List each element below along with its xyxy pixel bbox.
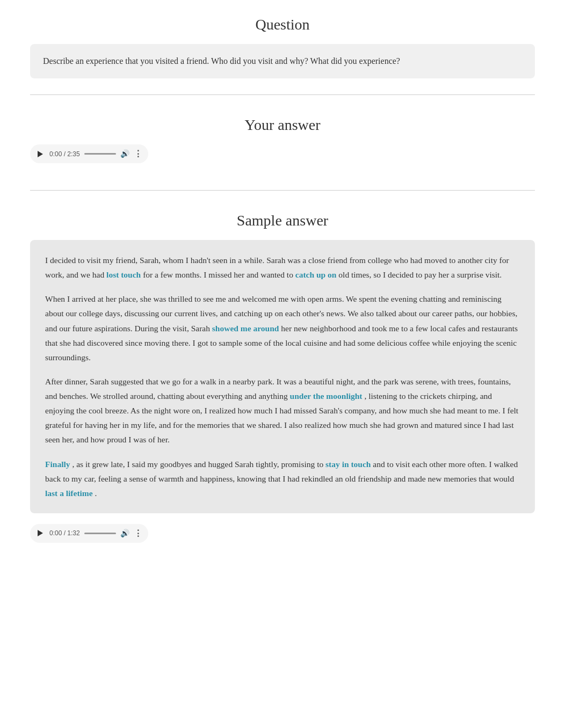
your-answer-volume-icon[interactable]: 🔊 (120, 149, 129, 158)
sample-answer-progress-bar[interactable] (84, 533, 116, 534)
your-answer-audio-player: 0:00 / 2:35 🔊 ⋮ (30, 144, 148, 163)
question-title: Question (30, 16, 535, 33)
page-container: Question Describe an experience that you… (19, 0, 546, 570)
your-answer-section: Your answer 0:00 / 2:35 🔊 ⋮ (30, 106, 535, 179)
your-answer-time: 0:00 / 2:35 (49, 150, 80, 158)
highlight-catch-up-on: catch up on (295, 270, 337, 279)
sample-paragraph-2: When I arrived at her place, she was thr… (45, 292, 520, 365)
question-box: Describe an experience that you visited … (30, 44, 535, 78)
sample-answer-audio-player: 0:00 / 1:32 🔊 ⋮ (30, 524, 148, 543)
sample-answer-title: Sample answer (30, 212, 535, 229)
sample-answer-play-button[interactable] (35, 528, 45, 538)
your-answer-progress-bar[interactable] (84, 153, 116, 155)
play-icon (38, 151, 43, 157)
question-text: Describe an experience that you visited … (43, 56, 400, 65)
highlight-showed-me-around: showed me around (212, 324, 279, 333)
your-answer-play-button[interactable] (35, 149, 45, 159)
highlight-under-moonlight: under the moonlight (290, 391, 363, 401)
highlight-stay-in-touch: stay in touch (325, 460, 371, 469)
sample-paragraph-1: I decided to visit my friend, Sarah, who… (45, 253, 520, 282)
highlight-finally: Finally (45, 460, 70, 469)
your-answer-title: Your answer (30, 117, 535, 134)
sample-paragraph-3: After dinner, Sarah suggested that we go… (45, 374, 520, 447)
highlight-lost-touch: lost touch (106, 270, 141, 279)
highlight-last-lifetime: last a lifetime (45, 489, 93, 498)
sample-answer-box: I decided to visit my friend, Sarah, who… (30, 240, 535, 513)
sample-paragraph-4: Finally , as it grew late, I said my goo… (45, 457, 520, 500)
sample-answer-more-icon[interactable]: ⋮ (134, 528, 143, 538)
sample-answer-volume-icon[interactable]: 🔊 (120, 529, 129, 538)
divider-2 (30, 190, 535, 191)
play-icon-2 (38, 530, 43, 536)
your-answer-more-icon[interactable]: ⋮ (134, 149, 143, 159)
divider-1 (30, 94, 535, 95)
sample-answer-time: 0:00 / 1:32 (49, 529, 80, 537)
sample-answer-section: Sample answer I decided to visit my frie… (30, 201, 535, 554)
